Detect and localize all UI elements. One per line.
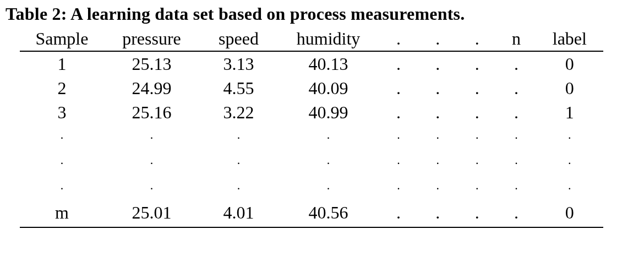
col-speed: speed: [199, 26, 278, 51]
ellipsis-dot: .: [418, 150, 457, 175]
cell-d3: .: [457, 200, 496, 227]
cell-humidity: 40.56: [278, 200, 379, 227]
cell-d1: .: [379, 100, 418, 124]
ellipsis-dot: .: [199, 175, 278, 200]
cell-n: .: [496, 76, 536, 100]
cell-pressure: 25.16: [104, 100, 199, 124]
ellipsis-dot: .: [20, 124, 104, 150]
cell-n: .: [496, 100, 536, 124]
cell-pressure: 25.01: [104, 200, 199, 227]
cell-speed: 3.13: [199, 51, 278, 76]
cell-speed: 4.55: [199, 76, 278, 100]
table-caption: Table 2: A learning data set based on pr…: [6, 3, 638, 24]
cell-label: 1: [536, 100, 603, 124]
col-n: n: [496, 26, 536, 51]
ellipsis-dot: .: [104, 124, 199, 150]
cell-d1: .: [379, 76, 418, 100]
cell-sample: 2: [20, 76, 104, 100]
cell-sample: 1: [20, 51, 104, 76]
cell-d1: .: [379, 200, 418, 227]
ellipsis-dot: .: [104, 150, 199, 175]
ellipsis-dot: .: [199, 150, 278, 175]
table-body: 125.133.1340.13....0224.994.5540.09....0…: [20, 51, 603, 227]
cell-humidity: 40.99: [278, 100, 379, 124]
cell-n: .: [496, 51, 536, 76]
cell-speed: 4.01: [199, 200, 278, 227]
col-dot: .: [457, 26, 496, 51]
ellipsis-dot: .: [104, 175, 199, 200]
ellipsis-dot: .: [379, 150, 418, 175]
ellipsis-dot: .: [20, 150, 104, 175]
table-row: 125.133.1340.13....0: [20, 51, 603, 76]
col-sample: Sample: [20, 26, 104, 51]
col-dot: .: [418, 26, 457, 51]
col-dot: .: [379, 26, 418, 51]
col-pressure: pressure: [104, 26, 199, 51]
ellipsis-dot: .: [418, 175, 457, 200]
cell-sample: m: [20, 200, 104, 227]
cell-pressure: 24.99: [104, 76, 199, 100]
cell-label: 0: [536, 76, 603, 100]
ellipsis-dot: .: [457, 175, 496, 200]
data-table: Sample pressure speed humidity . . . n l…: [20, 26, 603, 228]
table-row: 325.163.2240.99....1: [20, 100, 603, 124]
ellipsis-dot: .: [418, 124, 457, 150]
ellipsis-dot: .: [496, 124, 536, 150]
cell-d3: .: [457, 76, 496, 100]
cell-humidity: 40.09: [278, 76, 379, 100]
ellipsis-dot: .: [536, 175, 603, 200]
ellipsis-dot: .: [457, 150, 496, 175]
ellipsis-row: .........: [20, 150, 603, 175]
ellipsis-dot: .: [379, 175, 418, 200]
cell-d2: .: [418, 200, 457, 227]
ellipsis-row: .........: [20, 124, 603, 150]
table-header-row: Sample pressure speed humidity . . . n l…: [20, 26, 603, 51]
table-row: 224.994.5540.09....0: [20, 76, 603, 100]
cell-humidity: 40.13: [278, 51, 379, 76]
cell-d1: .: [379, 51, 418, 76]
ellipsis-dot: .: [278, 175, 379, 200]
cell-speed: 3.22: [199, 100, 278, 124]
ellipsis-dot: .: [199, 124, 278, 150]
ellipsis-dot: .: [496, 150, 536, 175]
table-row: m25.014.0140.56....0: [20, 200, 603, 227]
ellipsis-row: .........: [20, 175, 603, 200]
col-humidity: humidity: [278, 26, 379, 51]
cell-n: .: [496, 200, 536, 227]
ellipsis-dot: .: [457, 124, 496, 150]
ellipsis-dot: .: [536, 150, 603, 175]
ellipsis-dot: .: [536, 124, 603, 150]
cell-d2: .: [418, 51, 457, 76]
cell-d2: .: [418, 76, 457, 100]
cell-label: 0: [536, 200, 603, 227]
ellipsis-dot: .: [379, 124, 418, 150]
cell-d2: .: [418, 100, 457, 124]
cell-label: 0: [536, 51, 603, 76]
cell-sample: 3: [20, 100, 104, 124]
ellipsis-dot: .: [278, 150, 379, 175]
ellipsis-dot: .: [20, 175, 104, 200]
ellipsis-dot: .: [496, 175, 536, 200]
cell-d3: .: [457, 100, 496, 124]
ellipsis-dot: .: [278, 124, 379, 150]
col-label: label: [536, 26, 603, 51]
cell-d3: .: [457, 51, 496, 76]
cell-pressure: 25.13: [104, 51, 199, 76]
